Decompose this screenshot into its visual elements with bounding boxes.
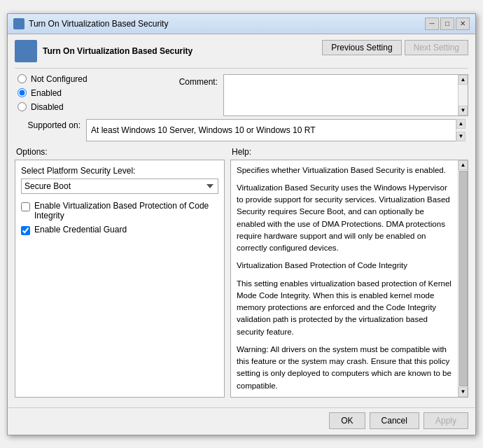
close-button[interactable]: ✕ [456,18,470,30]
comment-container: ▲ ▼ [223,74,468,116]
content-area: Turn On Virtualization Based Security Pr… [8,34,475,407]
credential-guard-label: Enable Credential Guard [34,225,127,234]
help-box: Specifies whether Virtualization Based S… [230,160,468,398]
previous-setting-button[interactable]: Previous Setting [322,40,401,55]
platform-select[interactable]: Secure Boot Secure Boot and DMA Protecti… [21,178,218,194]
comment-label: Comment: [155,74,218,87]
enabled-label: Enabled [31,88,62,98]
help-scroll-thumb [459,171,468,386]
restore-button[interactable]: □ [440,18,454,30]
enabled-radio[interactable] [18,88,27,97]
help-para-3: Virtualization Based Protection of Code … [237,260,452,272]
help-scrollbar: ▲ ▼ [458,160,468,397]
disabled-row: Disabled [18,102,152,112]
supported-section: Supported on: At least Windows 10 Server… [15,119,468,141]
enabled-row: Enabled [18,88,152,98]
window-icon [13,18,24,29]
options-column: Options: Select Platform Security Level:… [15,147,225,398]
title-bar-left: Turn On Virtualization Based Security [13,18,168,29]
policy-title: Turn On Virtualization Based Security [43,46,192,56]
header-section: Turn On Virtualization Based Security Pr… [15,40,468,69]
two-col-section: Options: Select Platform Security Level:… [15,147,468,398]
help-label: Help: [230,147,468,157]
not-configured-radio[interactable] [18,74,27,83]
disabled-radio[interactable] [18,102,27,111]
header-buttons: Previous Setting Next Setting [322,40,468,55]
footer: OK Cancel Apply [8,407,475,435]
disabled-label: Disabled [31,102,64,112]
help-para-2: Virtualization Based Security uses the W… [237,182,452,255]
policy-icon [15,40,37,62]
code-integrity-checkbox[interactable] [21,202,30,211]
apply-button[interactable]: Apply [424,412,468,429]
options-label: Options: [15,147,225,157]
help-para-1: Specifies whether Virtualization Based S… [237,164,452,176]
comment-scrollbar: ▲ ▼ [458,75,468,115]
supported-container: At least Windows 10 Server, Windows 10 o… [86,119,465,141]
supported-value: At least Windows 10 Server, Windows 10 o… [91,125,316,135]
help-para-5: Warning: All drivers on the system must … [237,344,452,392]
comment-section: Comment: ▲ ▼ [155,74,468,116]
minimize-button[interactable]: ─ [425,18,439,30]
help-column: Help: Specifies whether Virtualization B… [230,147,468,398]
supported-scrollbar: ▲ ▼ [456,119,465,141]
help-scroll-down[interactable]: ▼ [458,387,468,397]
not-configured-label: Not Configured [31,74,88,84]
main-window: Turn On Virtualization Based Security ─ … [7,13,476,435]
comment-box: ▲ ▼ [223,74,468,116]
scroll-up-arrow[interactable]: ▲ [458,75,468,85]
header-left: Turn On Virtualization Based Security [15,40,192,62]
platform-label: Select Platform Security Level: [21,166,218,176]
not-configured-row: Not Configured [18,74,152,84]
credential-guard-checkbox[interactable] [21,226,30,235]
checkbox2-row: Enable Credential Guard [21,225,218,235]
help-scroll-up[interactable]: ▲ [458,160,468,170]
ok-button[interactable]: OK [329,412,365,429]
title-controls: ─ □ ✕ [425,18,470,30]
scroll-down-arrow[interactable]: ▼ [458,106,468,115]
cancel-button[interactable]: Cancel [370,412,419,429]
title-bar: Turn On Virtualization Based Security ─ … [8,14,475,34]
supported-scroll-up[interactable]: ▲ [456,119,465,129]
next-setting-button[interactable]: Next Setting [405,40,468,55]
supported-scroll-down[interactable]: ▼ [456,132,465,141]
supported-label: Supported on: [18,119,80,130]
checkbox1-row: Enable Virtualization Based Protection o… [21,201,218,220]
radio-section: Not Configured Enabled Disabled [15,74,155,116]
supported-box: At least Windows 10 Server, Windows 10 o… [86,119,465,141]
options-box: Select Platform Security Level: Secure B… [15,160,225,398]
help-para-4: This setting enables virtualization base… [237,278,452,338]
code-integrity-label: Enable Virtualization Based Protection o… [34,201,218,220]
window-title: Turn On Virtualization Based Security [29,19,168,29]
help-text-area: Specifies whether Virtualization Based S… [231,160,458,397]
